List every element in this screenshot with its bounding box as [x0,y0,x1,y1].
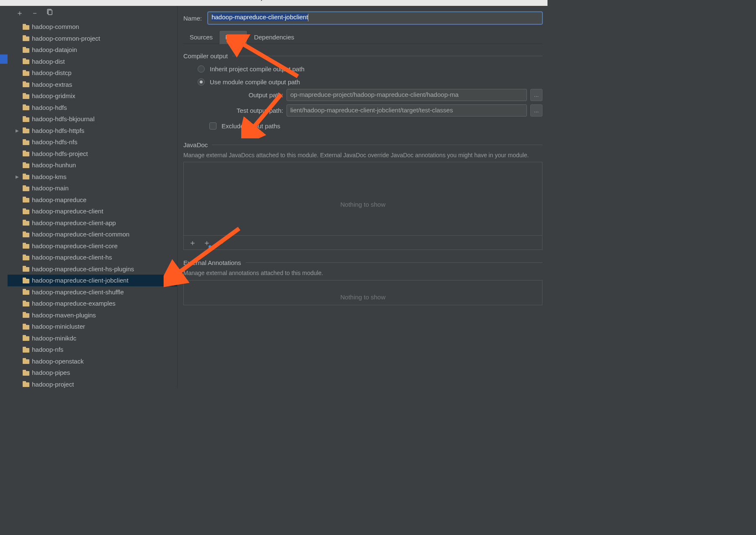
javadoc-remove-icon[interactable]: － [217,238,225,248]
test-output-path-input[interactable]: lient/hadoop-mapreduce-client-jobclient/… [287,104,527,117]
sidebar-item-hadoop-openstack[interactable]: hadoop-openstack [8,356,177,367]
sidebar-item-hadoop-mapreduce-client-core[interactable]: hadoop-mapreduce-client-core [8,240,177,252]
sidebar-item-hadoop-mapreduce-client-hs-plugins[interactable]: hadoop-mapreduce-client-hs-plugins [8,263,177,275]
radio-module-row[interactable]: Use module compile output path [198,78,542,86]
module-tree[interactable]: hadoop-commonhadoop-common-projecthadoop… [8,20,177,388]
sidebar-item-hadoop-project[interactable]: hadoop-project [8,379,177,389]
exclude-checkbox[interactable] [209,122,216,130]
folder-icon [23,266,29,272]
module-tabs: SourcesPathsDependencies [183,30,542,44]
folder-icon [23,47,29,53]
output-path-browse-button[interactable]: … [530,89,542,101]
sidebar-item-hadoop-kms[interactable]: ▶hadoop-kms [8,171,177,183]
sidebar-item-hadoop-minikdc[interactable]: hadoop-minikdc [8,332,177,344]
expand-icon[interactable]: ▶ [14,174,20,179]
sidebar-item-label: hadoop-hdfs-httpfs [32,127,84,134]
sidebar-item-hadoop-hdfs-nfs[interactable]: hadoop-hdfs-nfs [8,136,177,148]
folder-icon [23,151,29,156]
folder-icon [23,220,29,226]
sidebar-item-label: hadoop-hdfs-project [32,150,88,157]
sidebar-item-hadoop-maven-plugins[interactable]: hadoop-maven-plugins [8,309,177,321]
sidebar-item-label: hadoop-mapreduce-client-hs-plugins [32,265,134,273]
main-layout: ＋ － hadoop-commonhadoop-common-projectha… [0,6,547,388]
radio-inherit-row[interactable]: Inherit project compile output path [198,65,542,73]
sidebar-item-hadoop-mapreduce-client-jobclient[interactable]: hadoop-mapreduce-client-jobclient [8,275,177,286]
exclude-label: Exclude output paths [222,122,280,130]
left-gutter [0,6,8,388]
folder-icon [23,81,29,87]
sidebar-item-hadoop-datajoin[interactable]: hadoop-datajoin [8,44,177,56]
javadoc-add-icon[interactable]: ＋ [189,238,196,248]
sidebar-item-label: hadoop-mapreduce-client-hs [32,254,112,261]
sidebar-item-hadoop-minicluster[interactable]: hadoop-minicluster [8,321,177,332]
copy-module-icon[interactable] [46,9,53,18]
sidebar-item-hadoop-nfs[interactable]: hadoop-nfs [8,344,177,356]
sidebar-item-label: hadoop-common [32,23,79,30]
folder-icon [23,24,29,30]
sidebar-item-hadoop-hdfs[interactable]: hadoop-hdfs [8,102,177,114]
javadoc-section-label: JavaDoc [183,141,208,148]
sidebar-toolbar: ＋ － [8,6,177,20]
sidebar-item-hadoop-extras[interactable]: hadoop-extras [8,79,177,91]
sidebar-item-hadoop-mapreduce-client-common[interactable]: hadoop-mapreduce-client-common [8,229,177,240]
remove-module-icon[interactable]: － [31,8,39,18]
tab-paths[interactable]: Paths [219,30,248,44]
name-value-selected: hadoop-mapreduce-client-jobclient [211,13,308,21]
folder-icon [23,231,29,237]
output-path-input[interactable]: op-mapreduce-project/hadoop-mapreduce-cl… [287,89,527,101]
compiler-section-label: Compiler output [183,52,228,60]
sidebar-item-hadoop-gridmix[interactable]: hadoop-gridmix [8,90,177,102]
sidebar-item-hadoop-mapreduce-client-hs[interactable]: hadoop-mapreduce-client-hs [8,252,177,263]
sidebar-item-label: hadoop-hdfs [32,104,67,111]
sidebar-item-hadoop-hdfs-bkjournal[interactable]: hadoop-hdfs-bkjournal [8,113,177,125]
sidebar-item-hadoop-hdfs-project[interactable]: hadoop-hdfs-project [8,148,177,160]
javadoc-empty-text: Nothing to show [184,201,542,208]
sidebar-item-hadoop-common[interactable]: hadoop-common [8,21,177,33]
sidebar-item-hadoop-distcp[interactable]: hadoop-distcp [8,67,177,79]
sidebar-item-label: hadoop-project [32,381,74,388]
exclude-row[interactable]: Exclude output paths [209,122,542,130]
folder-icon [23,185,29,191]
test-output-path-row: Test output path: lient/hadoop-mapreduce… [209,104,542,117]
add-module-icon[interactable]: ＋ [16,8,23,18]
sidebar-item-hadoop-common-project[interactable]: hadoop-common-project [8,33,177,44]
sidebar-item-hadoop-pipes[interactable]: hadoop-pipes [8,367,177,379]
radio-inherit[interactable] [198,65,205,73]
name-label: Name: [183,15,202,22]
test-output-path-browse-button[interactable]: … [530,104,542,117]
javadoc-list[interactable]: Nothing to show ＋ ＋ － [183,162,542,250]
sidebar-item-label: hadoop-kms [32,173,67,180]
sidebar-item-hadoop-mapreduce-client[interactable]: hadoop-mapreduce-client [8,205,177,217]
module-name-input[interactable]: hadoop-mapreduce-client-jobclient [208,12,542,24]
sidebar-item-hadoop-mapreduce-client-shuffle[interactable]: hadoop-mapreduce-client-shuffle [8,286,177,298]
javadoc-desc: Manage external JavaDocs attached to thi… [183,151,542,159]
folder-icon [23,35,29,41]
folder-icon [23,162,29,168]
ext-section-title: External Annotations [183,259,542,266]
tab-sources[interactable]: Sources [183,30,219,44]
sidebar-item-hadoop-hdfs-httpfs[interactable]: ▶hadoop-hdfs-httpfs [8,125,177,137]
sidebar-item-hadoop-mapreduce-client-app[interactable]: hadoop-mapreduce-client-app [8,217,177,229]
radio-module[interactable] [198,78,205,86]
folder-icon [23,93,29,99]
javadoc-add-url-icon[interactable]: ＋ [203,238,211,248]
window-title-bar: Project Structure [0,0,547,6]
expand-icon[interactable]: ▶ [14,128,20,133]
ext-list[interactable]: Nothing to show [183,280,542,305]
name-row: Name: hadoop-mapreduce-client-jobclient [183,12,542,24]
section-divider [212,145,542,145]
sidebar-item-hadoop-mapreduce[interactable]: hadoop-mapreduce [8,194,177,206]
sidebar-item-label: hadoop-hunhun [32,161,76,169]
sidebar-item-hadoop-hunhun[interactable]: hadoop-hunhun [8,159,177,171]
sidebar-item-hadoop-dist[interactable]: hadoop-dist [8,56,177,68]
folder-icon [23,174,29,179]
sidebar-item-label: hadoop-hdfs-bkjournal [32,115,94,122]
output-path-label: Output path: [209,91,283,99]
folder-icon [23,278,29,283]
folder-icon [23,381,29,387]
tab-dependencies[interactable]: Dependencies [248,30,300,44]
sidebar-item-hadoop-main[interactable]: hadoop-main [8,182,177,194]
sidebar-item-label: hadoop-mapreduce-client-app [32,219,116,226]
sidebar-item-hadoop-mapreduce-examples[interactable]: hadoop-mapreduce-examples [8,298,177,309]
folder-icon [23,70,29,76]
